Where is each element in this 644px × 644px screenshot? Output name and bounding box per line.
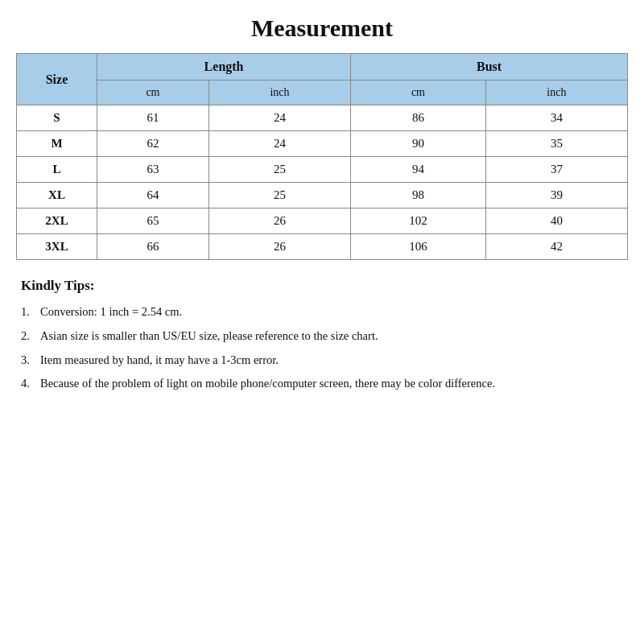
length-cm-cell: 63 xyxy=(97,157,209,183)
bust-inch-cell: 37 xyxy=(485,157,627,183)
bust-cm-cell: 98 xyxy=(351,183,486,208)
bust-cm-cell: 86 xyxy=(351,105,486,131)
bust-cm-header: cm xyxy=(351,80,486,105)
page-wrapper: Measurement Size Length Bust cm inch cm … xyxy=(0,0,644,415)
tip-number: 2. xyxy=(21,328,30,345)
bust-inch-cell: 42 xyxy=(485,234,627,260)
length-header: Length xyxy=(97,54,351,80)
size-cell: XL xyxy=(17,183,97,208)
tip-number: 3. xyxy=(21,352,30,369)
length-inch-header: inch xyxy=(208,80,350,105)
bust-inch-cell: 39 xyxy=(485,183,627,208)
size-cell: L xyxy=(17,157,97,183)
page-title: Measurement xyxy=(16,14,628,42)
length-inch-cell: 26 xyxy=(208,234,350,260)
table-row: S61248634 xyxy=(17,105,628,131)
bust-inch-cell: 40 xyxy=(485,208,627,234)
length-inch-cell: 25 xyxy=(208,157,350,183)
table-row: 3XL662610642 xyxy=(17,234,628,260)
bust-cm-cell: 94 xyxy=(351,157,486,183)
size-cell: 2XL xyxy=(17,208,97,234)
table-row: M62249035 xyxy=(17,131,628,157)
tips-list: 1.Conversion: 1 inch = 2.54 cm.2.Asian s… xyxy=(21,303,628,393)
length-cm-cell: 61 xyxy=(97,105,209,131)
bust-inch-header: inch xyxy=(485,80,627,105)
length-cm-cell: 65 xyxy=(97,208,209,234)
length-inch-cell: 26 xyxy=(208,208,350,234)
length-cm-cell: 64 xyxy=(97,183,209,208)
length-inch-cell: 25 xyxy=(208,183,350,208)
bust-inch-cell: 34 xyxy=(485,105,627,131)
length-cm-header: cm xyxy=(97,80,209,105)
bust-header: Bust xyxy=(351,54,628,80)
tip-item: 2.Asian size is smaller than US/EU size,… xyxy=(21,328,628,345)
measurement-table: Size Length Bust cm inch cm inch S612486… xyxy=(16,53,628,260)
table-row: 2XL652610240 xyxy=(17,208,628,234)
table-row: L63259437 xyxy=(17,157,628,183)
tips-section: Kindly Tips: 1.Conversion: 1 inch = 2.54… xyxy=(16,278,628,393)
length-cm-cell: 66 xyxy=(97,234,209,260)
size-cell: S xyxy=(17,105,97,131)
length-cm-cell: 62 xyxy=(97,131,209,157)
bust-cm-cell: 106 xyxy=(351,234,486,260)
tip-number: 1. xyxy=(21,303,30,321)
tip-item: 3.Item measured by hand, it may have a 1… xyxy=(21,352,628,369)
table-row: XL64259839 xyxy=(17,183,628,208)
bust-inch-cell: 35 xyxy=(485,131,627,157)
size-cell: 3XL xyxy=(17,234,97,260)
size-cell: M xyxy=(17,131,97,157)
tip-number: 4. xyxy=(21,375,30,393)
length-inch-cell: 24 xyxy=(208,105,350,131)
length-inch-cell: 24 xyxy=(208,131,350,157)
tip-item: 4.Because of the problem of light on mob… xyxy=(21,375,628,393)
size-header: Size xyxy=(17,54,97,105)
bust-cm-cell: 90 xyxy=(351,131,486,157)
tips-title: Kindly Tips: xyxy=(21,278,628,294)
bust-cm-cell: 102 xyxy=(351,208,486,234)
tip-item: 1.Conversion: 1 inch = 2.54 cm. xyxy=(21,303,628,321)
